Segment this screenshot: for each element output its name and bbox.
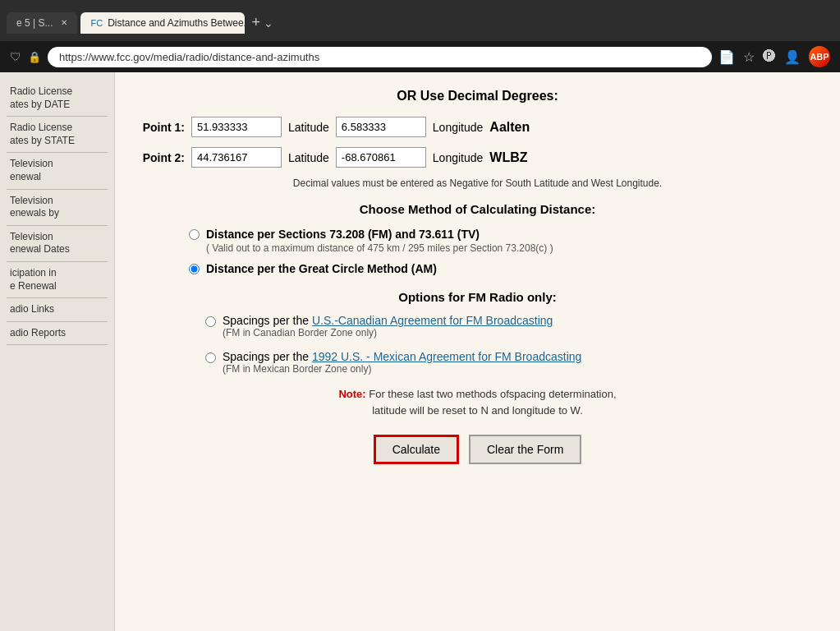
point1-callsign: Aalten (489, 120, 530, 135)
sidebar-item-radio-reports[interactable]: adio Reports (7, 322, 108, 346)
sidebar: Radio Licenseates by DATE Radio Licensea… (0, 72, 115, 631)
sidebar-item-television-renewals-by[interactable]: Televisionenewals by (7, 190, 108, 226)
sidebar-item-participation-renewal[interactable]: icipation ine Renewal (7, 262, 108, 298)
sidebar-item-television-renewal-dates[interactable]: Televisionenewal Dates (7, 226, 108, 262)
point1-row: Point 1: Latitude Longitude Aalten (140, 117, 815, 137)
main-layout: Radio Licenseates by DATE Radio Licensea… (0, 72, 840, 631)
abp-icon[interactable]: ABP (809, 46, 830, 67)
fcc-tab-icon: FC (90, 18, 103, 28)
point2-lat-label: Latitude (288, 151, 329, 164)
pocket-icon[interactable]: 🅟 (763, 49, 776, 64)
sidebar-item-television-renewal[interactable]: Televisionenewal (7, 153, 108, 189)
fm-options-title: Options for FM Radio only: (140, 290, 815, 304)
decimal-section-title: OR Use Decimal Degrees: (140, 89, 815, 104)
us-canadian-agreement-link[interactable]: U.S.-Canadian Agreement for FM Broadcast… (312, 314, 553, 327)
browser-chrome: e 5 | S... ✕ FC Distance and Azimuths Be… (0, 0, 840, 41)
inactive-tab-close[interactable]: ✕ (61, 18, 67, 27)
new-tab-button[interactable]: + (251, 14, 260, 31)
inactive-tab-label: e 5 | S... (16, 17, 53, 29)
tab-bar: e 5 | S... ✕ FC Distance and Azimuths Be… (7, 8, 273, 37)
point1-label: Point 1: (140, 121, 185, 134)
point1-longitude-input[interactable] (336, 117, 426, 137)
point2-callsign: WLBZ (489, 150, 527, 165)
address-bar: 🛡 🔒 https://www.fcc.gov/media/radio/dist… (0, 41, 840, 72)
button-row: Calculate Clear the Form (140, 435, 815, 464)
point2-lon-label: Longitude (433, 151, 484, 164)
sidebar-item-radio-license-state[interactable]: Radio Licenseates by STATE (7, 117, 108, 153)
fm-option1-sublabel: (FM in Canadian Border Zone only) (223, 327, 553, 339)
point2-row: Point 2: Latitude Longitude WLBZ (140, 147, 815, 168)
profile-icon[interactable]: 👤 (784, 49, 801, 65)
url-bar[interactable]: https://www.fcc.gov/media/radio/distance… (48, 47, 712, 67)
method1-label[interactable]: Distance per Sections 73.208 (FM) and 73… (206, 228, 553, 254)
point1-lon-label: Longitude (433, 121, 484, 134)
point2-longitude-input[interactable] (336, 147, 426, 168)
point1-lat-label: Latitude (288, 121, 329, 134)
content-area: OR Use Decimal Degrees: Point 1: Latitud… (115, 72, 840, 631)
clear-form-button[interactable]: Clear the Form (469, 435, 581, 464)
method2-label[interactable]: Distance per the Great Circle Method (AM… (206, 262, 437, 275)
browser-toolbar-icons: 📄 ☆ 🅟 👤 ABP (718, 46, 830, 67)
tab-menu-button[interactable]: ⌄ (264, 16, 273, 30)
method2-option: Distance per the Great Circle Method (AM… (189, 262, 815, 275)
method-title: Choose Method of Calculating Distance: (140, 202, 815, 216)
calculate-button[interactable]: Calculate (374, 435, 459, 464)
note-label: Note: (338, 388, 365, 400)
method2-radio[interactable] (189, 264, 200, 274)
method1-radio[interactable] (189, 229, 200, 240)
bookmark-icon[interactable]: ☆ (743, 49, 755, 65)
shield-icon: 🛡 (10, 50, 21, 63)
point2-label: Point 2: (140, 151, 185, 164)
active-tab-label: Distance and Azimuths Betwee... (108, 17, 245, 29)
reader-mode-icon[interactable]: 📄 (718, 49, 735, 65)
sidebar-item-radio-links[interactable]: adio Links (7, 298, 108, 322)
fm-option2: Spacings per the 1992 U.S. - Mexican Agr… (205, 350, 815, 375)
fm-option2-label[interactable]: Spacings per the 1992 U.S. - Mexican Agr… (223, 350, 581, 375)
point2-latitude-input[interactable] (191, 147, 282, 168)
decimal-note: Decimal values must be entered as Negati… (140, 177, 815, 189)
note-text: For these last two methods ofspacing det… (369, 388, 616, 417)
us-mexican-agreement-link[interactable]: 1992 U.S. - Mexican Agreement for FM Bro… (312, 350, 581, 363)
method1-sublabel: ( Valid out to a maximum distance of 475… (206, 242, 553, 254)
lock-icon: 🔒 (28, 51, 41, 63)
method1-option: Distance per Sections 73.208 (FM) and 73… (189, 228, 815, 254)
method1-text: Distance per Sections 73.208 (FM) and 73… (206, 228, 480, 241)
fm-option1-label[interactable]: Spacings per the U.S.-Canadian Agreement… (223, 314, 553, 339)
sidebar-item-radio-license-date[interactable]: Radio Licenseates by DATE (7, 81, 108, 117)
fm-option1-radio[interactable] (205, 316, 216, 327)
point1-latitude-input[interactable] (191, 117, 282, 137)
fm-option1: Spacings per the U.S.-Canadian Agreement… (205, 314, 815, 339)
fm-option2-radio[interactable] (205, 352, 216, 363)
tab-inactive[interactable]: e 5 | S... ✕ (7, 12, 77, 34)
tab-active[interactable]: FC Distance and Azimuths Betwee... ✕ (80, 12, 245, 34)
url-text: https://www.fcc.gov/media/radio/distance… (59, 51, 319, 63)
method2-text: Distance per the Great Circle Method (AM… (206, 262, 437, 275)
fm-option2-sublabel: (FM in Mexican Border Zone only) (223, 363, 581, 375)
note-section: Note: For these last two methods ofspaci… (140, 386, 815, 418)
fm-option2-prefix: Spacings per the (223, 350, 312, 363)
fm-option1-prefix: Spacings per the (223, 314, 312, 327)
